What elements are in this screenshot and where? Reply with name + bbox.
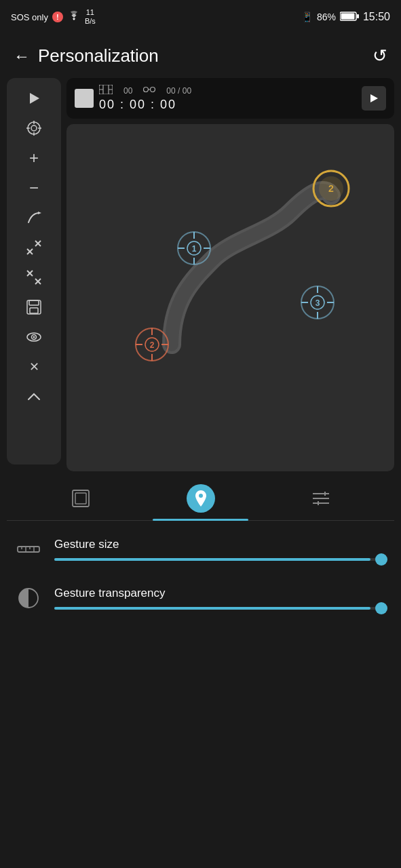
- battery-icon: [340, 11, 359, 24]
- settings-panel: Gesture size Gesture transparency: [0, 521, 401, 646]
- speed-text: 11B/s: [85, 8, 96, 26]
- gesture-transparency-row: Gesture transparency: [14, 583, 387, 613]
- phone-icon: 📱: [301, 12, 313, 22]
- gesture-transparency-fill: [54, 607, 370, 610]
- add-button[interactable]: +: [18, 144, 50, 172]
- toolbar: + − ✕: [7, 78, 61, 465]
- curve-button[interactable]: [18, 204, 50, 231]
- waypoint-2-bottom[interactable]: 2: [133, 326, 171, 363]
- exclamation-icon: !: [52, 12, 63, 22]
- waypoint-3[interactable]: 3: [299, 283, 337, 321]
- svg-point-28: [144, 87, 149, 92]
- svg-text:2: 2: [328, 183, 334, 194]
- svg-point-29: [151, 87, 155, 92]
- svg-point-24: [33, 336, 35, 338]
- status-right: 📱 86% 15:50: [301, 11, 390, 24]
- svg-text:3: 3: [316, 298, 320, 308]
- frame-count: 00: [123, 86, 132, 96]
- gesture-size-slider[interactable]: [54, 558, 387, 561]
- canvas-area: 00 00 / 00 00 : 00 : 00: [66, 78, 394, 471]
- svg-rect-20: [29, 300, 39, 305]
- ruler-icon: [14, 534, 43, 564]
- recorder-bar: 00 00 / 00 00 : 00 : 00: [66, 78, 394, 119]
- reset-button[interactable]: ↺: [373, 45, 387, 66]
- tab-settings[interactable]: [261, 477, 381, 521]
- gesture-transparency-slider[interactable]: [54, 607, 387, 610]
- chevron-up-button[interactable]: [18, 383, 50, 410]
- time-text: 15:50: [363, 11, 390, 23]
- stop-button[interactable]: [75, 89, 94, 108]
- transparency-icon: [14, 583, 43, 613]
- waypoint-icon: [143, 85, 155, 96]
- status-left: SOS only ! 11B/s: [11, 8, 96, 26]
- recorder-top: 00 00 / 00: [99, 85, 356, 96]
- gesture-size-content: Gesture size: [54, 538, 387, 561]
- tab-layers[interactable]: [20, 477, 140, 521]
- frame-icon: [99, 85, 113, 96]
- svg-rect-21: [30, 308, 38, 313]
- svg-rect-1: [357, 14, 359, 18]
- bottom-tabs: [7, 477, 394, 521]
- recorder-play-button[interactable]: [362, 86, 386, 111]
- svg-rect-64: [18, 547, 39, 552]
- waypoint-2-top[interactable]: 2: [311, 168, 351, 209]
- remove-button[interactable]: −: [18, 174, 50, 201]
- main-content: + − ✕: [0, 78, 401, 471]
- recorder-info: 00 00 / 00 00 : 00 : 00: [99, 85, 356, 112]
- svg-rect-57: [75, 493, 86, 504]
- gesture-size-label: Gesture size: [54, 538, 387, 551]
- svg-marker-3: [30, 93, 39, 104]
- svg-point-5: [31, 125, 37, 131]
- svg-marker-31: [370, 94, 378, 102]
- visibility-button[interactable]: [18, 323, 50, 351]
- target-button[interactable]: [18, 115, 50, 142]
- svg-point-58: [199, 494, 203, 498]
- waypoint-1[interactable]: 1: [175, 229, 213, 267]
- svg-marker-10: [38, 212, 41, 214]
- sos-text: SOS only: [11, 12, 48, 22]
- gesture-size-thumb[interactable]: [375, 553, 387, 566]
- back-button[interactable]: ←: [14, 47, 30, 66]
- map-canvas[interactable]: 1 2 3: [66, 124, 394, 471]
- svg-rect-2: [341, 13, 354, 19]
- gesture-transparency-content: Gesture transparency: [54, 587, 387, 610]
- battery-text: 86%: [317, 12, 336, 22]
- svg-text:1: 1: [192, 244, 197, 254]
- status-bar: SOS only ! 11B/s 📱 86% 15:50: [0, 0, 401, 34]
- gesture-size-fill: [54, 558, 370, 561]
- play-button[interactable]: [18, 85, 50, 112]
- recorder-time: 00 : 00 : 00: [99, 98, 356, 112]
- header-left: ← Personalization: [14, 45, 159, 66]
- tab-location[interactable]: [140, 477, 261, 521]
- gesture-size-row: Gesture size: [14, 534, 387, 564]
- wifi-icon: [67, 11, 81, 24]
- waypoint-count: 00 / 00: [166, 86, 191, 96]
- page-title: Personalization: [38, 45, 159, 66]
- gesture-transparency-thumb[interactable]: [375, 602, 387, 614]
- expand-button[interactable]: [18, 264, 50, 291]
- svg-text:2: 2: [150, 340, 155, 350]
- gesture-transparency-label: Gesture transparency: [54, 587, 387, 600]
- header: ← Personalization ↺: [0, 34, 401, 78]
- collapse-button[interactable]: [18, 234, 50, 261]
- save-button[interactable]: [18, 294, 50, 321]
- close-button[interactable]: ✕: [18, 353, 50, 380]
